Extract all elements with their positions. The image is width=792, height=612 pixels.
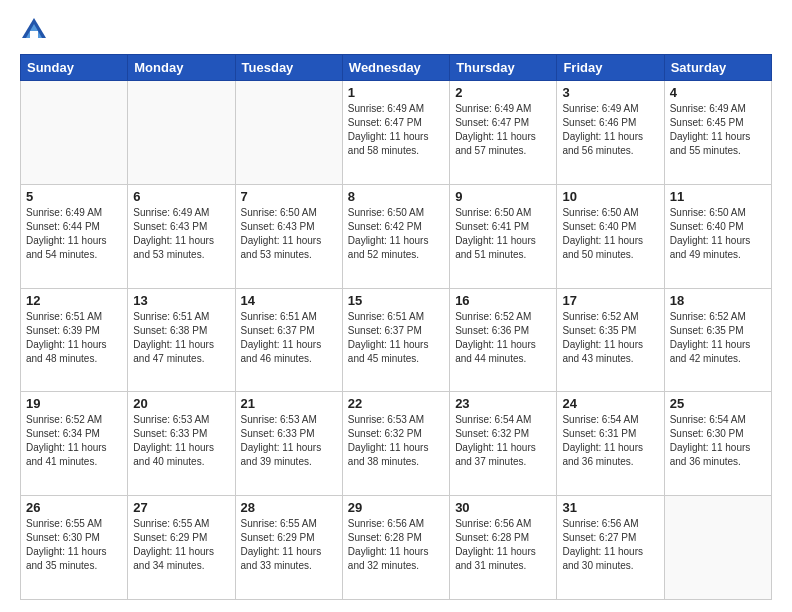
day-number: 3 xyxy=(562,85,658,100)
calendar-week-1: 5Sunrise: 6:49 AM Sunset: 6:44 PM Daylig… xyxy=(21,184,772,288)
day-number: 4 xyxy=(670,85,766,100)
day-info: Sunrise: 6:54 AM Sunset: 6:32 PM Dayligh… xyxy=(455,413,551,469)
day-info: Sunrise: 6:53 AM Sunset: 6:32 PM Dayligh… xyxy=(348,413,444,469)
weekday-header-saturday: Saturday xyxy=(664,55,771,81)
day-number: 17 xyxy=(562,293,658,308)
calendar-cell: 28Sunrise: 6:55 AM Sunset: 6:29 PM Dayli… xyxy=(235,496,342,600)
calendar-cell: 22Sunrise: 6:53 AM Sunset: 6:32 PM Dayli… xyxy=(342,392,449,496)
day-number: 14 xyxy=(241,293,337,308)
day-info: Sunrise: 6:50 AM Sunset: 6:40 PM Dayligh… xyxy=(562,206,658,262)
calendar-cell: 1Sunrise: 6:49 AM Sunset: 6:47 PM Daylig… xyxy=(342,81,449,185)
day-info: Sunrise: 6:49 AM Sunset: 6:47 PM Dayligh… xyxy=(455,102,551,158)
day-info: Sunrise: 6:55 AM Sunset: 6:30 PM Dayligh… xyxy=(26,517,122,573)
day-number: 29 xyxy=(348,500,444,515)
calendar-cell: 26Sunrise: 6:55 AM Sunset: 6:30 PM Dayli… xyxy=(21,496,128,600)
day-number: 6 xyxy=(133,189,229,204)
day-info: Sunrise: 6:52 AM Sunset: 6:36 PM Dayligh… xyxy=(455,310,551,366)
day-number: 8 xyxy=(348,189,444,204)
calendar-header: SundayMondayTuesdayWednesdayThursdayFrid… xyxy=(21,55,772,81)
calendar-cell: 20Sunrise: 6:53 AM Sunset: 6:33 PM Dayli… xyxy=(128,392,235,496)
day-number: 30 xyxy=(455,500,551,515)
calendar-cell: 3Sunrise: 6:49 AM Sunset: 6:46 PM Daylig… xyxy=(557,81,664,185)
day-info: Sunrise: 6:52 AM Sunset: 6:35 PM Dayligh… xyxy=(670,310,766,366)
day-info: Sunrise: 6:51 AM Sunset: 6:39 PM Dayligh… xyxy=(26,310,122,366)
calendar-cell: 7Sunrise: 6:50 AM Sunset: 6:43 PM Daylig… xyxy=(235,184,342,288)
day-number: 7 xyxy=(241,189,337,204)
calendar-cell xyxy=(235,81,342,185)
calendar-cell: 19Sunrise: 6:52 AM Sunset: 6:34 PM Dayli… xyxy=(21,392,128,496)
weekday-header-monday: Monday xyxy=(128,55,235,81)
day-info: Sunrise: 6:56 AM Sunset: 6:27 PM Dayligh… xyxy=(562,517,658,573)
calendar-cell: 25Sunrise: 6:54 AM Sunset: 6:30 PM Dayli… xyxy=(664,392,771,496)
calendar-cell: 14Sunrise: 6:51 AM Sunset: 6:37 PM Dayli… xyxy=(235,288,342,392)
day-info: Sunrise: 6:56 AM Sunset: 6:28 PM Dayligh… xyxy=(348,517,444,573)
calendar-week-0: 1Sunrise: 6:49 AM Sunset: 6:47 PM Daylig… xyxy=(21,81,772,185)
weekday-header-wednesday: Wednesday xyxy=(342,55,449,81)
calendar-cell: 12Sunrise: 6:51 AM Sunset: 6:39 PM Dayli… xyxy=(21,288,128,392)
day-number: 21 xyxy=(241,396,337,411)
day-number: 31 xyxy=(562,500,658,515)
calendar-cell: 5Sunrise: 6:49 AM Sunset: 6:44 PM Daylig… xyxy=(21,184,128,288)
calendar-cell xyxy=(21,81,128,185)
day-number: 10 xyxy=(562,189,658,204)
day-info: Sunrise: 6:55 AM Sunset: 6:29 PM Dayligh… xyxy=(241,517,337,573)
calendar-cell: 10Sunrise: 6:50 AM Sunset: 6:40 PM Dayli… xyxy=(557,184,664,288)
calendar-cell: 11Sunrise: 6:50 AM Sunset: 6:40 PM Dayli… xyxy=(664,184,771,288)
weekday-header-friday: Friday xyxy=(557,55,664,81)
calendar-cell: 29Sunrise: 6:56 AM Sunset: 6:28 PM Dayli… xyxy=(342,496,449,600)
day-number: 16 xyxy=(455,293,551,308)
day-info: Sunrise: 6:49 AM Sunset: 6:47 PM Dayligh… xyxy=(348,102,444,158)
day-number: 26 xyxy=(26,500,122,515)
day-info: Sunrise: 6:50 AM Sunset: 6:41 PM Dayligh… xyxy=(455,206,551,262)
calendar-cell: 18Sunrise: 6:52 AM Sunset: 6:35 PM Dayli… xyxy=(664,288,771,392)
day-number: 19 xyxy=(26,396,122,411)
day-number: 11 xyxy=(670,189,766,204)
day-info: Sunrise: 6:51 AM Sunset: 6:37 PM Dayligh… xyxy=(241,310,337,366)
weekday-header-tuesday: Tuesday xyxy=(235,55,342,81)
logo-icon xyxy=(20,16,48,44)
day-info: Sunrise: 6:53 AM Sunset: 6:33 PM Dayligh… xyxy=(133,413,229,469)
day-number: 2 xyxy=(455,85,551,100)
day-info: Sunrise: 6:49 AM Sunset: 6:44 PM Dayligh… xyxy=(26,206,122,262)
weekday-row: SundayMondayTuesdayWednesdayThursdayFrid… xyxy=(21,55,772,81)
day-info: Sunrise: 6:49 AM Sunset: 6:45 PM Dayligh… xyxy=(670,102,766,158)
day-info: Sunrise: 6:52 AM Sunset: 6:35 PM Dayligh… xyxy=(562,310,658,366)
day-number: 25 xyxy=(670,396,766,411)
calendar-cell: 8Sunrise: 6:50 AM Sunset: 6:42 PM Daylig… xyxy=(342,184,449,288)
day-number: 24 xyxy=(562,396,658,411)
header xyxy=(20,16,772,44)
day-number: 23 xyxy=(455,396,551,411)
calendar-cell xyxy=(664,496,771,600)
weekday-header-sunday: Sunday xyxy=(21,55,128,81)
day-info: Sunrise: 6:49 AM Sunset: 6:43 PM Dayligh… xyxy=(133,206,229,262)
day-number: 18 xyxy=(670,293,766,308)
calendar-cell: 21Sunrise: 6:53 AM Sunset: 6:33 PM Dayli… xyxy=(235,392,342,496)
calendar-week-3: 19Sunrise: 6:52 AM Sunset: 6:34 PM Dayli… xyxy=(21,392,772,496)
calendar-week-4: 26Sunrise: 6:55 AM Sunset: 6:30 PM Dayli… xyxy=(21,496,772,600)
day-info: Sunrise: 6:53 AM Sunset: 6:33 PM Dayligh… xyxy=(241,413,337,469)
day-info: Sunrise: 6:49 AM Sunset: 6:46 PM Dayligh… xyxy=(562,102,658,158)
day-number: 1 xyxy=(348,85,444,100)
day-number: 27 xyxy=(133,500,229,515)
day-info: Sunrise: 6:51 AM Sunset: 6:37 PM Dayligh… xyxy=(348,310,444,366)
calendar-table: SundayMondayTuesdayWednesdayThursdayFrid… xyxy=(20,54,772,600)
day-number: 5 xyxy=(26,189,122,204)
day-number: 13 xyxy=(133,293,229,308)
day-number: 12 xyxy=(26,293,122,308)
day-info: Sunrise: 6:56 AM Sunset: 6:28 PM Dayligh… xyxy=(455,517,551,573)
calendar-cell: 13Sunrise: 6:51 AM Sunset: 6:38 PM Dayli… xyxy=(128,288,235,392)
calendar-cell: 23Sunrise: 6:54 AM Sunset: 6:32 PM Dayli… xyxy=(450,392,557,496)
calendar-cell: 27Sunrise: 6:55 AM Sunset: 6:29 PM Dayli… xyxy=(128,496,235,600)
logo xyxy=(20,16,52,44)
day-info: Sunrise: 6:51 AM Sunset: 6:38 PM Dayligh… xyxy=(133,310,229,366)
calendar-cell: 2Sunrise: 6:49 AM Sunset: 6:47 PM Daylig… xyxy=(450,81,557,185)
day-number: 28 xyxy=(241,500,337,515)
day-number: 20 xyxy=(133,396,229,411)
day-number: 22 xyxy=(348,396,444,411)
day-info: Sunrise: 6:54 AM Sunset: 6:30 PM Dayligh… xyxy=(670,413,766,469)
calendar-cell: 24Sunrise: 6:54 AM Sunset: 6:31 PM Dayli… xyxy=(557,392,664,496)
day-info: Sunrise: 6:54 AM Sunset: 6:31 PM Dayligh… xyxy=(562,413,658,469)
day-info: Sunrise: 6:52 AM Sunset: 6:34 PM Dayligh… xyxy=(26,413,122,469)
day-info: Sunrise: 6:55 AM Sunset: 6:29 PM Dayligh… xyxy=(133,517,229,573)
calendar-cell: 16Sunrise: 6:52 AM Sunset: 6:36 PM Dayli… xyxy=(450,288,557,392)
